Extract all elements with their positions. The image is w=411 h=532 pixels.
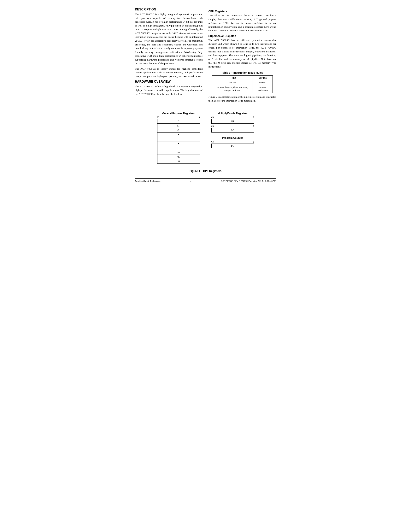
gpr-row-r2: r2 bbox=[157, 128, 200, 133]
superscalar-dispatch-title: Superscalar Dispatch bbox=[208, 34, 276, 38]
hardware-overview-para: The ACT 7000SC offers a high-level of in… bbox=[135, 85, 203, 96]
figure-section: General Purpose Registers 63 0 0 r1 r2 •… bbox=[135, 112, 276, 164]
gpr-row-r1: r1 bbox=[157, 124, 200, 128]
footer-right: SCD7000SC REV B 7/30/01 Plainview NY (51… bbox=[221, 180, 276, 182]
program-counter-title: Program Counter bbox=[222, 136, 243, 139]
description-title: DESCRIPTION bbox=[135, 8, 203, 11]
gpr-row-dot4: • bbox=[157, 146, 200, 150]
right-register-groups: Multiply/Divide Registers 63 0 HI 63 0 L… bbox=[211, 112, 254, 148]
table-title: Table 1 – Instruction Issue Rules bbox=[208, 71, 276, 74]
gpr-row-r29: r29 bbox=[157, 150, 200, 155]
pc-scale-left: 63 bbox=[211, 141, 214, 143]
gpr-row-r31: r31 bbox=[157, 159, 200, 164]
instruction-table: F Pipe M Pipe one of: one of: integer, b… bbox=[212, 76, 273, 93]
figure-caption: Figure 1 – CP0 Registers bbox=[135, 170, 276, 172]
table-row1-fpipe: one of: bbox=[212, 80, 253, 85]
table-row2-fpipe: integer, branch, floating-point, integer… bbox=[212, 85, 253, 93]
gpr-scale-right: 0 bbox=[199, 116, 200, 119]
multiply-divide-title: Multiply/Divide Registers bbox=[218, 112, 248, 115]
table-header-mpipe: M Pipe bbox=[253, 76, 273, 80]
hardware-overview-title: HARDWARE OVERVIEW bbox=[135, 80, 203, 83]
description-para-1: The ACT 7000SC is a highly integrated sy… bbox=[135, 12, 203, 65]
gpr-row-dot1: • bbox=[157, 133, 200, 137]
gpr-group: General Purpose Registers 63 0 0 r1 r2 •… bbox=[157, 112, 200, 164]
footer-page-number: 2 bbox=[190, 179, 191, 182]
md-scale2-left: 63 bbox=[211, 125, 214, 128]
gpr-row-dot3: • bbox=[157, 142, 200, 146]
cpu-registers-title: CPU Registers bbox=[208, 10, 276, 13]
md-scale-left: 63 bbox=[211, 116, 214, 119]
lo-register: LO bbox=[211, 128, 254, 133]
footer-left: Aeroflex Circuit Technology bbox=[135, 180, 161, 182]
page-footer: Aeroflex Circuit Technology 2 SCD7000SC … bbox=[135, 178, 276, 182]
gpr-scale-left: 63 bbox=[157, 116, 159, 119]
md-scale-right: 0 bbox=[253, 116, 254, 119]
cpu-registers-para: Like all MIPS ISA processors, the ACT 70… bbox=[208, 14, 276, 32]
description-para-2: The ACT 7000SC is ideally suited for hig… bbox=[135, 67, 203, 78]
gpr-row-0: 0 bbox=[157, 119, 200, 124]
multiply-divide-group: Multiply/Divide Registers 63 0 HI 63 0 L… bbox=[211, 112, 254, 133]
md-scale2-right: 0 bbox=[253, 125, 254, 128]
table-row2-mpipe: integer, load/store bbox=[253, 85, 273, 93]
gpr-row-dot2: • bbox=[157, 137, 200, 142]
program-counter-group: Program Counter 63 0 PC bbox=[211, 136, 254, 148]
figure-note: Figure 2 is a simplification of the pipe… bbox=[208, 95, 276, 103]
superscalar-dispatch-para: The ACT 7000SC has an efficient symmetri… bbox=[208, 38, 276, 69]
pc-register: PC bbox=[211, 143, 254, 148]
table-row1-mpipe: one of: bbox=[253, 80, 273, 85]
table-header-fpipe: F Pipe bbox=[212, 76, 253, 80]
gpr-table: 0 r1 r2 • • • • r29 r30 r31 bbox=[157, 119, 200, 164]
gpr-title: General Purpose Registers bbox=[162, 112, 195, 115]
hi-register: HI bbox=[211, 119, 254, 124]
pc-scale-right: 0 bbox=[253, 141, 254, 143]
gpr-row-r30: r30 bbox=[157, 155, 200, 159]
